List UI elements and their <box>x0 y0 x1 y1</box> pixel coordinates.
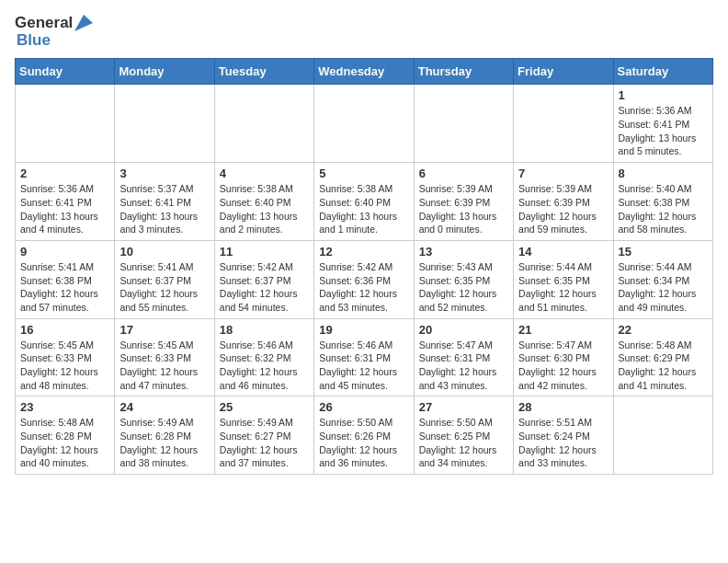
day-number: 18 <box>220 323 309 337</box>
day-number: 3 <box>119 167 209 180</box>
day-info: Sunrise: 5:37 AM Sunset: 6:41 PM Dayligh… <box>119 182 209 236</box>
calendar-table: SundayMondayTuesdayWednesdayThursdayFrid… <box>15 58 713 475</box>
day-number: 15 <box>619 245 708 259</box>
day-info: Sunrise: 5:51 AM Sunset: 6:24 PM Dayligh… <box>518 416 608 470</box>
weekday-header-saturday: Saturday <box>613 59 712 85</box>
calendar-cell: 28Sunrise: 5:51 AM Sunset: 6:24 PM Dayli… <box>514 396 613 475</box>
day-info: Sunrise: 5:36 AM Sunset: 6:41 PM Dayligh… <box>619 104 708 158</box>
weekday-header-monday: Monday <box>115 59 214 85</box>
day-info: Sunrise: 5:42 AM Sunset: 6:36 PM Dayligh… <box>319 260 408 315</box>
day-number: 17 <box>119 323 209 337</box>
logo: General Blue <box>15 15 93 49</box>
day-info: Sunrise: 5:38 AM Sunset: 6:40 PM Dayligh… <box>319 182 408 236</box>
day-info: Sunrise: 5:49 AM Sunset: 6:27 PM Dayligh… <box>220 416 309 470</box>
day-number: 2 <box>20 167 109 180</box>
page-header: General Blue <box>15 15 713 49</box>
day-info: Sunrise: 5:50 AM Sunset: 6:26 PM Dayligh… <box>319 416 408 470</box>
calendar-cell <box>514 85 613 163</box>
day-info: Sunrise: 5:36 AM Sunset: 6:41 PM Dayligh… <box>20 182 109 236</box>
weekday-header-thursday: Thursday <box>414 59 513 85</box>
calendar-cell: 24Sunrise: 5:49 AM Sunset: 6:28 PM Dayli… <box>115 396 214 475</box>
calendar-week-row: 9Sunrise: 5:41 AM Sunset: 6:38 PM Daylig… <box>16 240 713 318</box>
day-number: 5 <box>319 167 408 180</box>
calendar-cell: 12Sunrise: 5:42 AM Sunset: 6:36 PM Dayli… <box>314 240 414 318</box>
calendar-cell: 1Sunrise: 5:36 AM Sunset: 6:41 PM Daylig… <box>613 85 712 163</box>
calendar-cell: 6Sunrise: 5:39 AM Sunset: 6:39 PM Daylig… <box>414 163 513 241</box>
calendar-cell: 17Sunrise: 5:45 AM Sunset: 6:33 PM Dayli… <box>115 318 214 396</box>
weekday-header-tuesday: Tuesday <box>214 59 313 85</box>
day-info: Sunrise: 5:49 AM Sunset: 6:28 PM Dayligh… <box>119 416 209 470</box>
calendar-cell: 7Sunrise: 5:39 AM Sunset: 6:39 PM Daylig… <box>514 163 613 241</box>
calendar-cell <box>115 85 214 163</box>
day-info: Sunrise: 5:44 AM Sunset: 6:35 PM Dayligh… <box>518 260 608 315</box>
calendar-cell <box>613 396 712 475</box>
day-info: Sunrise: 5:42 AM Sunset: 6:37 PM Dayligh… <box>220 260 309 315</box>
calendar-week-row: 2Sunrise: 5:36 AM Sunset: 6:41 PM Daylig… <box>16 163 713 241</box>
calendar-cell: 26Sunrise: 5:50 AM Sunset: 6:26 PM Dayli… <box>314 396 414 475</box>
calendar-cell: 20Sunrise: 5:47 AM Sunset: 6:31 PM Dayli… <box>414 318 513 396</box>
day-number: 28 <box>518 400 608 414</box>
logo-wordmark: General Blue <box>15 15 93 49</box>
day-number: 6 <box>419 167 508 180</box>
calendar-cell: 27Sunrise: 5:50 AM Sunset: 6:25 PM Dayli… <box>414 396 513 475</box>
weekday-header-friday: Friday <box>514 59 613 85</box>
weekday-header-wednesday: Wednesday <box>314 59 414 85</box>
calendar-cell: 5Sunrise: 5:38 AM Sunset: 6:40 PM Daylig… <box>314 163 414 241</box>
calendar-cell: 2Sunrise: 5:36 AM Sunset: 6:41 PM Daylig… <box>16 163 115 241</box>
calendar-cell <box>314 85 414 163</box>
calendar-cell: 25Sunrise: 5:49 AM Sunset: 6:27 PM Dayli… <box>214 396 313 475</box>
day-number: 7 <box>518 167 608 180</box>
calendar-cell: 18Sunrise: 5:46 AM Sunset: 6:32 PM Dayli… <box>214 318 313 396</box>
weekday-header-sunday: Sunday <box>16 59 115 85</box>
day-info: Sunrise: 5:39 AM Sunset: 6:39 PM Dayligh… <box>419 182 508 236</box>
calendar-cell: 19Sunrise: 5:46 AM Sunset: 6:31 PM Dayli… <box>314 318 414 396</box>
svg-marker-0 <box>74 15 93 31</box>
day-info: Sunrise: 5:46 AM Sunset: 6:31 PM Dayligh… <box>319 339 408 393</box>
logo-blue: Blue <box>17 32 93 50</box>
day-number: 22 <box>619 323 708 337</box>
calendar-cell <box>414 85 513 163</box>
calendar-cell <box>214 85 313 163</box>
day-info: Sunrise: 5:44 AM Sunset: 6:34 PM Dayligh… <box>619 260 708 315</box>
calendar-cell: 15Sunrise: 5:44 AM Sunset: 6:34 PM Dayli… <box>613 240 712 318</box>
calendar-cell: 10Sunrise: 5:41 AM Sunset: 6:37 PM Dayli… <box>115 240 214 318</box>
calendar-cell: 3Sunrise: 5:37 AM Sunset: 6:41 PM Daylig… <box>115 163 214 241</box>
day-number: 24 <box>119 400 209 414</box>
day-number: 10 <box>119 245 209 259</box>
calendar-cell: 16Sunrise: 5:45 AM Sunset: 6:33 PM Dayli… <box>16 318 115 396</box>
day-number: 20 <box>419 323 508 337</box>
day-info: Sunrise: 5:39 AM Sunset: 6:39 PM Dayligh… <box>518 182 608 236</box>
calendar-cell <box>16 85 115 163</box>
day-number: 27 <box>419 400 508 414</box>
calendar-cell: 13Sunrise: 5:43 AM Sunset: 6:35 PM Dayli… <box>414 240 513 318</box>
day-number: 13 <box>419 245 508 259</box>
day-number: 11 <box>220 245 309 259</box>
day-info: Sunrise: 5:47 AM Sunset: 6:31 PM Dayligh… <box>419 339 508 393</box>
day-info: Sunrise: 5:45 AM Sunset: 6:33 PM Dayligh… <box>20 339 109 393</box>
calendar-cell: 11Sunrise: 5:42 AM Sunset: 6:37 PM Dayli… <box>214 240 313 318</box>
calendar-header-row: SundayMondayTuesdayWednesdayThursdayFrid… <box>16 59 713 85</box>
day-number: 16 <box>20 323 109 337</box>
day-info: Sunrise: 5:43 AM Sunset: 6:35 PM Dayligh… <box>419 260 508 315</box>
calendar-cell: 8Sunrise: 5:40 AM Sunset: 6:38 PM Daylig… <box>613 163 712 241</box>
calendar-week-row: 16Sunrise: 5:45 AM Sunset: 6:33 PM Dayli… <box>16 318 713 396</box>
calendar-cell: 21Sunrise: 5:47 AM Sunset: 6:30 PM Dayli… <box>514 318 613 396</box>
day-info: Sunrise: 5:41 AM Sunset: 6:38 PM Dayligh… <box>20 260 109 315</box>
day-number: 26 <box>319 400 408 414</box>
day-number: 21 <box>518 323 608 337</box>
day-info: Sunrise: 5:38 AM Sunset: 6:40 PM Dayligh… <box>220 182 309 236</box>
logo-bird-icon <box>74 15 93 31</box>
day-info: Sunrise: 5:48 AM Sunset: 6:29 PM Dayligh… <box>619 339 708 393</box>
day-info: Sunrise: 5:48 AM Sunset: 6:28 PM Dayligh… <box>20 416 109 470</box>
day-number: 14 <box>518 245 608 259</box>
day-number: 8 <box>619 167 708 180</box>
day-number: 12 <box>319 245 408 259</box>
day-number: 1 <box>619 88 708 102</box>
calendar-cell: 23Sunrise: 5:48 AM Sunset: 6:28 PM Dayli… <box>16 396 115 475</box>
calendar-cell: 4Sunrise: 5:38 AM Sunset: 6:40 PM Daylig… <box>214 163 313 241</box>
day-info: Sunrise: 5:40 AM Sunset: 6:38 PM Dayligh… <box>619 182 708 236</box>
logo-general: General <box>15 15 73 32</box>
calendar-week-row: 1Sunrise: 5:36 AM Sunset: 6:41 PM Daylig… <box>16 85 713 163</box>
day-info: Sunrise: 5:45 AM Sunset: 6:33 PM Dayligh… <box>119 339 209 393</box>
calendar-cell: 14Sunrise: 5:44 AM Sunset: 6:35 PM Dayli… <box>514 240 613 318</box>
